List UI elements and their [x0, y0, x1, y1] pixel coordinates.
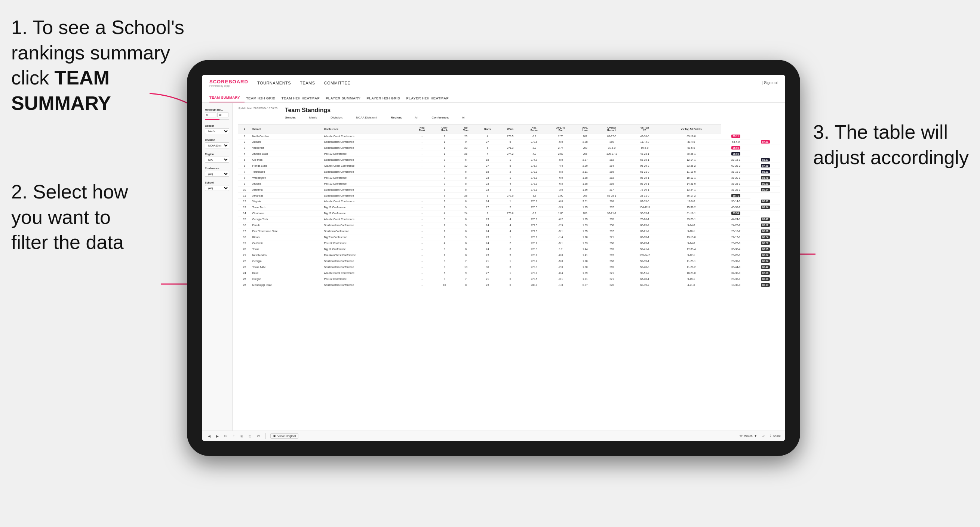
- table-cell: 267: [595, 205, 628, 210]
- table-cell: 52-40-3: [628, 264, 661, 270]
- table-cell: 8: [456, 181, 476, 187]
- reload-icon[interactable]: ↻: [223, 433, 228, 439]
- table-cell: Arkansas: [251, 192, 323, 198]
- gender-value[interactable]: Men's: [309, 116, 317, 119]
- table-cell: 54-4-0: [721, 139, 751, 145]
- table-cell: 1.55: [575, 228, 595, 234]
- table-cell: 3.01: [575, 198, 595, 205]
- table-cell: 10: [456, 163, 476, 168]
- bookmark-icon[interactable]: ⊞: [239, 433, 245, 439]
- col-no-tour: NoTour: [456, 125, 476, 133]
- slider-bar: [205, 119, 229, 120]
- filter-school-select[interactable]: (All): [205, 185, 229, 191]
- table-cell: Florida: [251, 222, 323, 228]
- table-cell: 21: [476, 276, 499, 282]
- table-cell: -: [411, 151, 433, 157]
- grid-icon[interactable]: ⊡: [248, 433, 253, 439]
- subnav-player-h2h-heatmap[interactable]: PLAYER H2H HEATMAP: [406, 96, 453, 102]
- table-cell: -: [411, 228, 433, 234]
- table-cell: 21: [238, 252, 251, 258]
- table-cell: 265: [575, 151, 595, 157]
- table-cell: Big Ten Conference: [323, 234, 411, 240]
- filter-range-to[interactable]: [217, 112, 229, 117]
- nav-tournaments[interactable]: TOURNAMENTS: [257, 79, 291, 87]
- table-cell: 1: [433, 151, 456, 157]
- update-time: Update time: 27/03/2024 16:56:26: [238, 107, 277, 110]
- filter-conference-select[interactable]: (All): [205, 171, 229, 177]
- col-vs25: Vs Top25: [628, 125, 661, 133]
- subnav-player-h2h-grid[interactable]: PLAYER H2H GRID: [366, 96, 404, 102]
- table-cell: 217: [595, 187, 628, 192]
- nav-committee[interactable]: COMMITTEE: [324, 79, 351, 87]
- subnav-team-h2h-grid[interactable]: TEAM H2H GRID: [246, 96, 280, 102]
- table-cell: 23: [238, 264, 251, 270]
- back-icon[interactable]: ◀: [207, 433, 212, 439]
- filter-gender-select[interactable]: Men's Women's: [205, 128, 229, 134]
- filter-division-select[interactable]: NCAA Division I NCAA Division II NCAA Di…: [205, 143, 229, 148]
- table-cell: 3: [499, 187, 522, 192]
- table-cell: Pac-12 Conference: [323, 240, 411, 246]
- table-cell: Virginia: [251, 198, 323, 205]
- conference-value[interactable]: All: [462, 116, 466, 119]
- table-cell: 88.13: [751, 282, 780, 288]
- table-cell: 11-29-1: [661, 258, 721, 264]
- region-value[interactable]: All: [415, 116, 418, 119]
- table-cell: Southeastern Conference: [323, 145, 411, 151]
- table-cell: 18: [238, 234, 251, 240]
- table-cell: 9-24-0: [661, 222, 721, 228]
- table-cell: -4.0: [522, 151, 546, 157]
- table-cell: -5.1: [546, 228, 575, 234]
- nav-teams[interactable]: TEAMS: [300, 79, 315, 87]
- table-cell: 1: [433, 228, 456, 234]
- table-cell: 27: [476, 205, 499, 210]
- table-cell: 3: [476, 192, 499, 198]
- table-cell: 85.58: [721, 151, 751, 157]
- forward-icon[interactable]: ▶: [215, 433, 220, 439]
- table-cell: 269: [595, 246, 628, 252]
- table-cell: -: [411, 163, 433, 168]
- table-cell: 2: [499, 240, 522, 246]
- table-cell: 28: [456, 192, 476, 198]
- table-cell: Southeastern Conference: [323, 139, 411, 145]
- subnav-team-h2h-heatmap[interactable]: TEAM H2H HEATMAP: [282, 96, 324, 102]
- expand-icon[interactable]: ⤢: [761, 433, 766, 439]
- table-cell: 5: [476, 145, 499, 151]
- filter-school: School (All): [205, 181, 229, 191]
- view-original-button[interactable]: ▣ View: Original: [270, 433, 298, 439]
- table-cell: 4: [238, 151, 251, 157]
- table-cell: -0.4: [546, 270, 575, 276]
- table-cell: 97-21-1: [595, 210, 628, 216]
- share-mini-icon[interactable]: ⤴: [231, 433, 236, 439]
- filter-division-label: Division: [205, 139, 229, 141]
- table-cell: -4.4: [546, 163, 575, 168]
- filter-range-from[interactable]: [205, 112, 216, 117]
- table-cell: -: [411, 133, 433, 140]
- table-cell: 37-30-0: [721, 270, 751, 276]
- share-button[interactable]: ⤴ Share: [770, 434, 781, 438]
- filter-region-select[interactable]: N/A All: [205, 157, 229, 163]
- table-cell: New Mexico: [251, 252, 323, 258]
- table-cell: 4: [433, 210, 456, 216]
- logo-sub-text: Powered by clippi: [209, 84, 248, 87]
- table-cell: 1: [238, 133, 251, 140]
- col-avg-par: Avg. toPar: [546, 125, 575, 133]
- clock-icon[interactable]: ⏱: [256, 433, 261, 439]
- subnav-team-summary[interactable]: TEAM SUMMARY: [209, 95, 245, 102]
- table-cell: 1: [499, 234, 522, 240]
- table-cell: -: [411, 192, 433, 198]
- table-cell: -: [411, 187, 433, 192]
- table-cell: Southeastern Conference: [323, 157, 411, 163]
- table-cell: 0: [499, 282, 522, 288]
- watch-button[interactable]: 👁 Watch ▼: [740, 434, 757, 438]
- table-header-row: # School Conference RegRank ConfRank NoT…: [238, 125, 780, 133]
- table-cell: 9: [433, 246, 456, 252]
- table-cell: 24: [476, 228, 499, 234]
- division-value[interactable]: NCAA Division I: [356, 116, 377, 119]
- col-reg-rank: RegRank: [411, 125, 433, 133]
- table-cell: 278.7: [522, 252, 546, 258]
- table-cell: 2.20: [575, 163, 595, 168]
- table-cell: -2.0: [546, 264, 575, 270]
- sign-out-link[interactable]: Sign out: [762, 81, 778, 85]
- table-cell: -: [411, 157, 433, 163]
- subnav-player-summary[interactable]: PLAYER SUMMARY: [326, 96, 365, 102]
